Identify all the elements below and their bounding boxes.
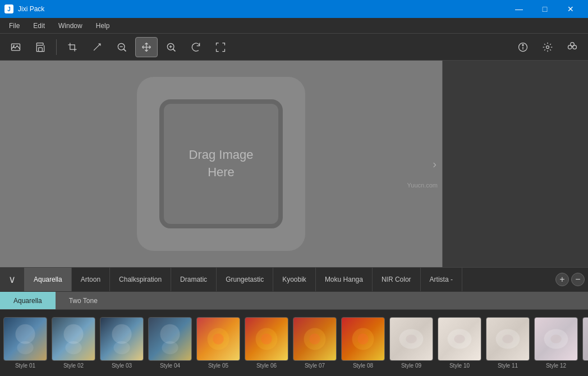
thumbnail-label-10: Style 10 (449, 363, 470, 369)
svg-point-23 (65, 341, 81, 354)
svg-rect-2 (36, 43, 43, 45)
tab-aquarella[interactable]: Aquarella (25, 268, 72, 291)
tab-nir-color[interactable]: NIR Color (373, 268, 421, 291)
svg-point-26 (113, 341, 130, 354)
title-bar-left: J Jixi Pack (4, 4, 44, 13)
thumbnail-label-7: Style 07 (305, 363, 325, 369)
thumbnail-item-9[interactable]: Style 09 (388, 317, 434, 369)
fullscreen-button[interactable] (209, 37, 232, 57)
svg-point-50 (502, 334, 513, 343)
thumbnail-label-1: Style 01 (15, 363, 35, 369)
svg-point-29 (162, 341, 178, 354)
thumbnail-item-13[interactable]: Style 13 (581, 317, 588, 369)
menu-bar: File Edit Window Help (0, 18, 588, 34)
thumbnail-label-3: Style 03 (112, 363, 132, 369)
close-button[interactable]: ✕ (558, 0, 584, 18)
svg-point-22 (63, 324, 83, 344)
tab-kyoobik[interactable]: Kyoobik (273, 268, 316, 291)
thumbnail-item-11[interactable]: Style 11 (485, 317, 531, 369)
tab-artista[interactable]: Artista - (421, 268, 462, 291)
thumbnail-image-12 (534, 317, 578, 361)
menu-help[interactable]: Help (89, 20, 117, 32)
svg-point-13 (522, 44, 523, 45)
open-image-button[interactable] (4, 37, 27, 57)
move-button[interactable] (135, 37, 158, 57)
drop-text: Drag Image Here (189, 146, 254, 181)
svg-point-19 (15, 324, 35, 344)
thumbnail-item-12[interactable]: Style 12 (533, 317, 579, 369)
toolbar (0, 34, 588, 61)
tab-dramatic[interactable]: Dramatic (171, 268, 217, 291)
tabs-end-controls: + − (552, 268, 588, 291)
canvas-area[interactable]: Drag Image Here › Yuucn.com (0, 61, 442, 267)
style-tabs-container: ∨ Aquarella Artoon Chalkspiration Dramat… (0, 267, 588, 292)
app-logo: J (4, 4, 13, 13)
maximize-button[interactable]: □ (532, 0, 558, 18)
thumbnail-label-2: Style 02 (63, 363, 84, 369)
rotate-button[interactable] (185, 37, 207, 57)
straighten-button[interactable] (86, 37, 108, 57)
crop-button[interactable] (61, 37, 84, 57)
svg-point-53 (550, 334, 561, 343)
svg-point-20 (17, 341, 33, 354)
thumbnail-item-1[interactable]: Style 01 (2, 317, 48, 369)
thumbnail-item-6[interactable]: Style 06 (244, 317, 290, 369)
thumbnail-item-3[interactable]: Style 03 (99, 317, 145, 369)
svg-rect-54 (583, 318, 588, 360)
thumbnail-item-4[interactable]: Style 04 (147, 317, 193, 369)
menu-edit[interactable]: Edit (26, 20, 52, 32)
thumbnail-label-4: Style 04 (160, 363, 180, 369)
thumbnail-image-2 (52, 317, 95, 361)
menu-file[interactable]: File (2, 20, 26, 32)
thumbnail-item-8[interactable]: Style 08 (340, 317, 386, 369)
title-bar: J Jixi Pack — □ ✕ (0, 0, 588, 18)
thumbnails-area[interactable]: Style 01 Style 02 Style 03 Style 04 Styl… (0, 310, 588, 376)
zoom-in-button[interactable] (160, 37, 182, 57)
sub-tab-two-tone[interactable]: Two Tone (56, 292, 111, 309)
tab-moku-hanga[interactable]: Moku Hanga (316, 268, 373, 291)
tab-artoon[interactable]: Artoon (72, 268, 110, 291)
thumbnail-label-11: Style 11 (498, 363, 518, 369)
settings-button[interactable] (536, 37, 559, 57)
remove-style-button[interactable]: − (571, 273, 585, 286)
thumbnail-item-5[interactable]: Style 05 (195, 317, 241, 369)
thumbnail-item-7[interactable]: Style 07 (292, 317, 338, 369)
thumbnail-image-4 (148, 317, 192, 361)
save-button[interactable] (29, 37, 52, 57)
svg-point-14 (546, 45, 549, 48)
sub-tabs-row: Aquarella Two Tone (0, 292, 588, 310)
svg-point-32 (213, 333, 223, 344)
drop-zone[interactable]: Drag Image Here (137, 77, 305, 251)
svg-point-41 (357, 333, 368, 344)
thumbnail-item-10[interactable]: Style 10 (437, 317, 483, 369)
add-style-button[interactable]: + (555, 273, 569, 286)
thumbnail-image-11 (486, 317, 530, 361)
svg-point-47 (454, 334, 465, 343)
chevron-right-button[interactable]: › (433, 158, 437, 171)
thumbnail-image-5 (196, 317, 240, 361)
title-bar-controls: — □ ✕ (506, 0, 584, 18)
tabs-row: Aquarella Artoon Chalkspiration Dramatic… (25, 268, 552, 291)
svg-point-17 (571, 42, 575, 46)
tab-chalkspiration[interactable]: Chalkspiration (110, 268, 171, 291)
thumbnail-image-7 (293, 317, 337, 361)
thumbnail-image-1 (3, 317, 47, 361)
tab-grungetastic[interactable]: Grungetastic (217, 268, 273, 291)
toolbar-sep-1 (56, 39, 57, 55)
thumbnail-label-6: Style 06 (256, 363, 277, 369)
app-title: Jixi Pack (18, 5, 44, 13)
svg-line-10 (173, 49, 175, 51)
thumbnail-label-5: Style 05 (208, 363, 228, 369)
svg-point-1 (13, 45, 15, 47)
right-panel (442, 61, 588, 267)
thumbnail-item-2[interactable]: Style 02 (50, 317, 97, 369)
menu-window[interactable]: Window (52, 20, 89, 32)
info-button[interactable] (512, 37, 534, 57)
zoom-out-button[interactable] (111, 37, 133, 57)
collapse-tabs-button[interactable]: ∨ (0, 268, 25, 291)
thumbnail-label-12: Style 12 (546, 363, 566, 369)
sub-tab-aquarella[interactable]: Aquarella (0, 292, 56, 309)
thumbnail-image-9 (389, 317, 433, 361)
effects-button[interactable] (561, 37, 584, 57)
minimize-button[interactable]: — (506, 0, 532, 18)
